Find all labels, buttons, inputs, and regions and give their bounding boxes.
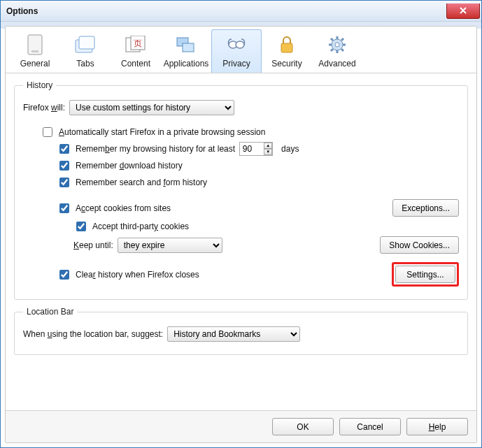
keep-until-select[interactable]: they expire — [118, 238, 222, 253]
auto-private-label: Automatically start Firefox in a private… — [59, 127, 265, 137]
location-bar-label: When using the location bar, suggest: — [23, 329, 163, 339]
accept-cookies-row: Accept cookies from sites Exceptions... — [57, 199, 459, 217]
svg-point-12 — [236, 41, 244, 48]
days-spinner[interactable]: ▲▼ — [239, 142, 273, 156]
location-bar-select[interactable]: History and Bookmarks — [167, 326, 300, 342]
svg-rect-5 — [79, 36, 94, 49]
svg-rect-3 — [31, 50, 38, 52]
accept-third-checkbox[interactable] — [76, 222, 86, 231]
remember-browsing-row: Remember my browsing history for at leas… — [57, 142, 459, 156]
svg-line-20 — [331, 38, 333, 41]
cancel-button[interactable]: Cancel — [339, 418, 401, 435]
svg-text:页: 页 — [134, 38, 142, 48]
remember-form-label: Remember search and form history — [76, 178, 207, 187]
dialog-body: General Tabs 页 Content Applications — [5, 26, 477, 443]
svg-rect-10 — [183, 43, 194, 52]
tab-tabs[interactable]: Tabs — [60, 29, 111, 73]
clear-on-close-row: Clear history when Firefox closes Settin… — [57, 262, 459, 287]
privacy-panel: History Firefox will: Use custom setting… — [6, 73, 476, 410]
help-button[interactable]: Help — [406, 418, 468, 435]
auto-private-row: Automatically start Firefox in a private… — [40, 125, 459, 139]
titlebar: Options — [1, 1, 481, 22]
remember-form-row: Remember search and form history — [57, 175, 459, 189]
history-legend: History — [23, 80, 56, 90]
remember-download-row: Remember download history — [57, 159, 459, 173]
show-cookies-button[interactable]: Show Cookies... — [380, 236, 459, 254]
tab-general[interactable]: General — [10, 29, 60, 73]
remember-download-checkbox[interactable] — [59, 161, 69, 171]
category-tabs: General Tabs 页 Content Applications — [6, 27, 476, 73]
settings-button[interactable]: Settings... — [395, 266, 455, 283]
remember-form-checkbox[interactable] — [59, 178, 69, 187]
tab-content[interactable]: 页 Content — [111, 29, 161, 73]
window-title: Options — [6, 6, 38, 16]
spin-up[interactable]: ▲ — [264, 143, 272, 149]
options-window: Options General Tabs 页 Co — [0, 0, 482, 448]
security-icon — [276, 34, 298, 56]
tab-security[interactable]: Security — [262, 29, 312, 73]
tab-label: Privacy — [222, 59, 250, 68]
remember-download-label: Remember download history — [76, 161, 183, 171]
accept-third-row: Accept third-party cookies — [73, 219, 459, 233]
keep-until-label: Keep until: — [73, 240, 113, 250]
clear-on-close-checkbox[interactable] — [59, 270, 69, 280]
exceptions-button[interactable]: Exceptions... — [392, 199, 459, 217]
auto-private-checkbox[interactable] — [43, 127, 52, 137]
svg-line-21 — [341, 49, 343, 51]
tab-label: Security — [271, 59, 302, 68]
close-icon — [460, 7, 467, 14]
location-bar-group: Location Bar When using the location bar… — [14, 307, 468, 355]
general-icon — [24, 34, 46, 56]
svg-line-23 — [341, 38, 343, 41]
gear-icon — [326, 34, 348, 56]
tab-privacy[interactable]: Privacy — [211, 29, 262, 73]
keep-until-row: Keep until: they expire Show Cookies... — [73, 236, 459, 254]
tab-label: Tabs — [76, 59, 94, 68]
svg-point-15 — [335, 43, 339, 47]
tab-label: Advanced — [318, 59, 355, 68]
accept-cookies-label: Accept cookies from sites — [76, 203, 171, 213]
days-label: days — [281, 144, 299, 154]
tab-label: Applications — [164, 59, 209, 68]
tab-applications[interactable]: Applications — [161, 29, 211, 73]
remember-browsing-checkbox[interactable] — [59, 144, 69, 154]
location-bar-legend: Location Bar — [23, 307, 77, 317]
remember-browsing-label: Remember my browsing history for at leas… — [76, 144, 235, 154]
tab-advanced[interactable]: Advanced — [312, 29, 362, 73]
settings-highlight: Settings... — [392, 262, 459, 287]
accept-third-label: Accept third-party cookies — [92, 222, 189, 231]
clear-on-close-label: Clear history when Firefox closes — [76, 270, 199, 280]
applications-icon — [175, 34, 197, 56]
svg-rect-13 — [281, 43, 292, 52]
firefox-will-row: Firefox will: Use custom settings for hi… — [23, 100, 459, 115]
firefox-will-select[interactable]: Use custom settings for history — [69, 100, 234, 115]
dialog-footer: OK Cancel Help — [6, 410, 476, 442]
firefox-will-label: Firefox will: — [23, 103, 65, 113]
privacy-icon — [225, 34, 248, 56]
accept-cookies-checkbox[interactable] — [59, 203, 69, 213]
location-bar-row: When using the location bar, suggest: Hi… — [23, 326, 459, 342]
close-button[interactable] — [446, 3, 480, 19]
tabs-icon — [74, 34, 97, 56]
spin-down[interactable]: ▼ — [264, 149, 272, 155]
spin-buttons[interactable]: ▲▼ — [264, 143, 272, 155]
history-group: History Firefox will: Use custom setting… — [14, 80, 468, 300]
tab-label: Content — [121, 59, 150, 68]
svg-line-22 — [331, 49, 333, 51]
tab-label: General — [20, 59, 50, 68]
content-icon: 页 — [125, 34, 147, 56]
ok-button[interactable]: OK — [272, 418, 334, 435]
